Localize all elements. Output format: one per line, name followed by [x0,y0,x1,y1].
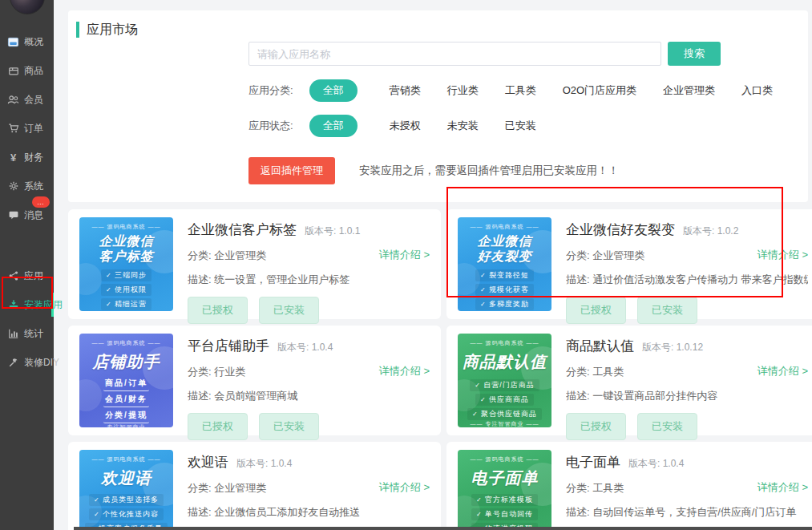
app-version: 版本号: 1.0.4 [236,457,292,471]
app-name: 企业微信好友裂变 [566,220,675,239]
search-input[interactable] [248,42,661,66]
app-version: 版本号: 1.0.4 [628,457,684,471]
tile-footer-text: 专注智管商业 [92,423,161,427]
sidebar-item-label: 系统 [24,180,43,193]
status-option[interactable]: 未安装 [447,119,479,133]
status-option[interactable]: 未授权 [390,119,421,133]
search-button[interactable]: 搜索 [668,42,721,66]
sidebar-item-diy[interactable]: 装修DIY [0,348,54,377]
tile-feature: 成员类型选择多 [89,494,164,506]
sidebar-item-messages[interactable]: 消息 … [0,200,54,229]
tile-feature: 自营/门店商品 [470,379,539,391]
status-options: 全部 未授权 未安装 已安装 [309,115,563,137]
finance-yen-icon: ¥ [7,152,19,164]
sidebar-item-label: 订单 [24,122,43,136]
app-cover-image: 源码电商系统 电子面单 官方标准模板 单号自动回传 物流进度提醒 专注智管商业 [458,450,551,530]
app-name: 平台店铺助手 [188,337,269,355]
app-name: 商品默认值 [566,337,634,355]
app-card-head: 电子面单 版本号: 1.0.4 [566,453,808,471]
status-option[interactable]: 全部 [309,115,358,137]
tile-title-line1: 企业微信 [478,233,532,249]
app-card[interactable]: 源码电商系统 商品默认值 一键设置商品部分挂件内容 自营/门店商品 供应商商品 … [446,326,812,435]
orders-icon [7,123,19,135]
category-option[interactable]: 营销类 [390,83,421,98]
sidebar-item-label: 装修DIY [24,356,59,370]
tile-title: 企业微信 好友裂变 [478,233,532,264]
app-name: 企业微信客户标签 [188,220,297,239]
app-card[interactable]: 源码电商系统 企业微信 好友裂变 通过价值活动激发客户传播动力 裂变路径短 规模… [446,209,812,319]
sidebar-item-label: 统计 [24,327,43,341]
tile-banner-text: 源码电商系统 [471,455,539,463]
status-badge: 已安装 [259,297,319,324]
sidebar-item-members[interactable]: 会员 [0,85,54,114]
tile-feature-list: 裂变路径短 规模化获客 多梯度奖励 [467,269,542,310]
app-status-badges: 已授权 已安装 [188,297,430,324]
app-version: 版本号: 1.0.12 [642,341,703,354]
app-name: 欢迎语 [188,453,228,471]
app-grid: 源码电商系统 企业微信 客户标签 统一设置，管理企业客户标签 三端同步 使用权限… [68,209,812,530]
sidebar-item-label: 应用 [24,269,43,283]
app-card[interactable]: 源码电商系统 店铺助手 商品/订单 会员/财务 分类/提现 专注智管商业 [68,326,441,435]
detail-link[interactable]: 详情介绍 > [757,364,808,378]
tile-footer-text: 专注智管商业 [471,310,539,311]
tile-title: 企业微信 客户标签 [99,233,154,264]
status-badge: 已授权 [188,413,248,440]
app-card-body: 平台店铺助手 版本号: 1.0.4 分类: 行业类 详情介绍 > 描述: 会员前… [188,334,430,427]
app-card-head: 欢迎语 版本号: 1.0.4 [188,453,430,471]
detail-link[interactable]: 详情介绍 > [757,248,808,262]
tile-title-line2: 客户标签 [99,249,154,264]
app-card-head: 平台店铺助手 版本号: 1.0.4 [188,337,430,355]
sidebar-item-products[interactable]: 商品 [0,56,54,85]
tile-title: 店铺助手 [93,350,160,374]
app-card[interactable]: 源码电商系统 电子面单 官方标准模板 单号自动回传 物流进度提醒 专注智管商业 [446,442,812,530]
tile-feature-list: 商品/订单 会员/财务 分类/提现 [88,378,164,423]
tile-feature: 官方标准模板 [471,494,538,506]
sidebar-item-overview[interactable]: 概况 [0,27,54,56]
detail-link[interactable]: 详情介绍 > [379,248,430,262]
category-option[interactable]: O2O门店应用类 [563,83,636,98]
detail-link[interactable]: 详情介绍 > [379,480,430,495]
tile-feature-list: 成员类型选择多 个性化推送内容 提高客户服务质量 [88,494,164,530]
tile-title-line1: 店铺助手 [93,350,160,374]
install-app-icon [7,299,19,311]
app-card-body: 欢迎语 版本号: 1.0.4 分类: 企业管理类 详情介绍 > 描述: 企业微信… [188,450,430,530]
tile-title: 欢迎语 [101,466,151,490]
notice-row: 返回插件管理 安装应用之后，需要返回插件管理启用已安装应用！！ [248,157,808,184]
return-plugin-manage-button[interactable]: 返回插件管理 [248,157,335,184]
app-card[interactable]: 源码电商系统 欢迎语 成员类型选择多 个性化推送内容 提高客户服务质量 专注智管… [68,442,441,530]
tile-feature: 商品/订单 [103,378,149,391]
app-card-head: 企业微信客户标签 版本号: 1.0.1 [188,220,430,239]
detail-link[interactable]: 详情介绍 > [379,364,430,378]
sidebar-item-finance[interactable]: ¥ 财务 [0,143,54,172]
app-cover-image: 源码电商系统 欢迎语 成员类型选择多 个性化推送内容 提高客户服务质量 专注智管… [79,450,173,530]
search-row: 搜索 [248,42,808,66]
sidebar-item-orders[interactable]: 订单 [0,114,54,143]
app-card[interactable]: 源码电商系统 企业微信 客户标签 统一设置，管理企业客户标签 三端同步 使用权限… [68,209,441,319]
tile-feature: 分类/提现 [103,410,149,423]
main-content: 应用市场 搜索 应用分类: 全部 营销类 行业类 工具类 O2O门店应用类 [54,0,812,530]
products-icon [7,65,19,77]
status-badge: 已授权 [566,413,626,440]
sidebar-item-install-app[interactable]: 安装应用 [0,290,54,319]
app-desc-line: 描述: 自动回传运单号，支持自营/供应商/门店订单 [566,505,808,520]
category-option[interactable]: 工具类 [505,83,536,98]
status-option[interactable]: 已安装 [505,119,536,133]
tile-feature: 多梯度奖励 [475,298,534,310]
user-avatar[interactable] [10,0,45,14]
sidebar-item-stats[interactable]: 统计 [0,319,54,348]
sidebar-item-apps[interactable]: 应用 [0,261,54,290]
tile-feature: 三端同步 [101,269,151,281]
tile-title-line1: 电子面单 [471,466,539,490]
tile-feature: 会员/财务 [103,394,149,407]
app-card-head: 商品默认值 版本号: 1.0.12 [566,337,808,355]
category-option[interactable]: 入口类 [741,83,773,98]
category-option[interactable]: 行业类 [447,83,479,98]
tile-title-line2: 好友裂变 [478,249,532,264]
overview-icon [7,36,19,48]
tile-feature: 单号自动回传 [471,508,538,520]
category-option[interactable]: 全部 [309,79,358,102]
app-card-body: 企业微信好友裂变 版本号: 1.0.2 分类: 企业管理类 详情介绍 > 描述:… [566,217,808,311]
category-option[interactable]: 企业管理类 [663,83,715,98]
diy-hammer-icon [7,357,19,369]
detail-link[interactable]: 详情介绍 > [757,480,808,495]
